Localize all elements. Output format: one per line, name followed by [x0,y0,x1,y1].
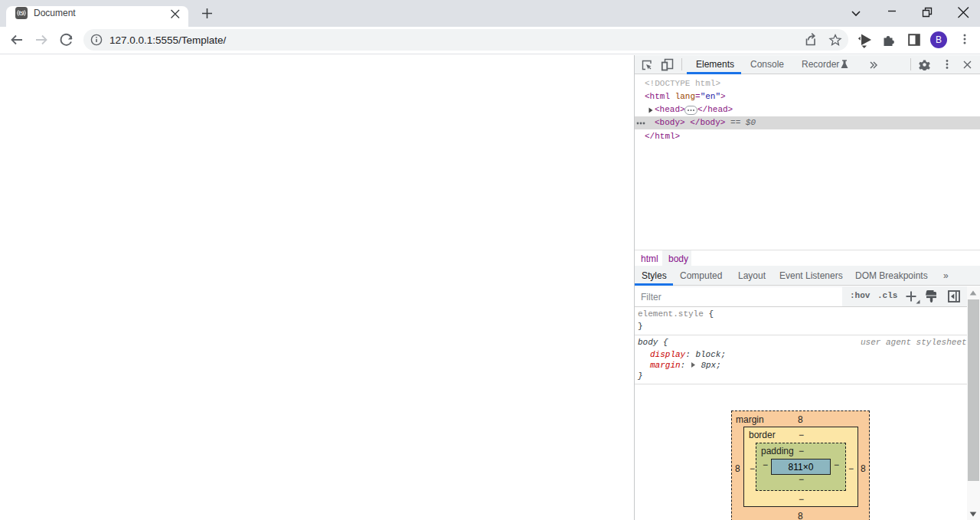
svg-text:5: 5 [20,10,23,17]
